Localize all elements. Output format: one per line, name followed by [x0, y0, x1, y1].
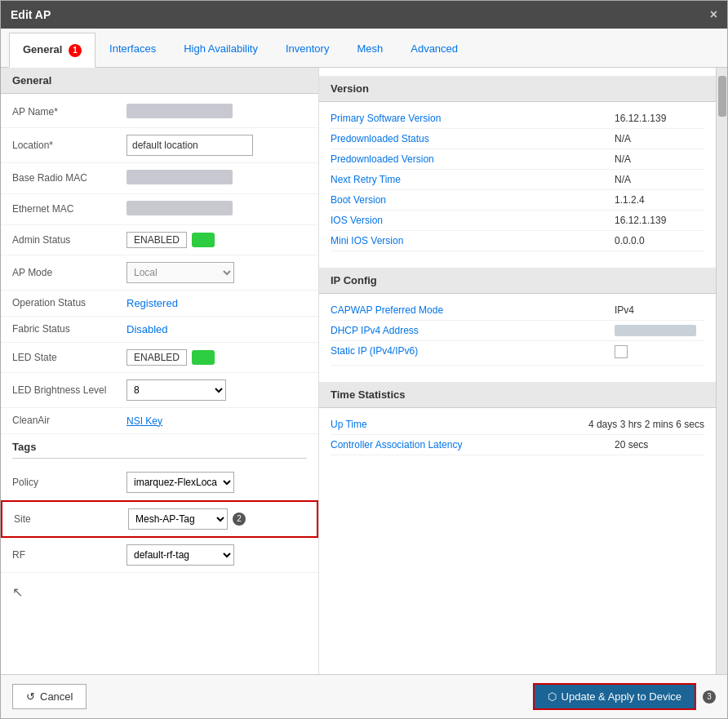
policy-value: imarquez-FlexLocal: [127, 472, 307, 493]
version-section: Version Primary Software Version 16.12.1…: [319, 68, 716, 260]
led-brightness-label: LED Brightness Level: [12, 384, 127, 396]
version-row-0: Primary Software Version 16.12.1.139: [331, 109, 704, 129]
version-row-1: Predownloaded Status N/A: [331, 129, 704, 149]
ip-row-2: Static IP (IPv4/IPv6): [331, 341, 704, 366]
cleanair-row: CleanAir NSI Key: [1, 408, 318, 434]
base-radio-mac-value: [127, 170, 307, 187]
tab-general-badge: 1: [69, 44, 82, 57]
ap-mode-value: Local: [127, 262, 307, 283]
ap-mode-select[interactable]: Local: [127, 264, 233, 281]
version-row-5: IOS Version 16.12.1.139: [331, 211, 704, 231]
time-row-0: Up Time 4 days 3 hrs 2 mins 6 secs: [331, 415, 704, 435]
admin-status-value: ENABLED: [127, 232, 307, 248]
time-stats-section: Time Statistics Up Time 4 days 3 hrs 2 m…: [319, 374, 716, 464]
led-brightness-select-wrapper: 8: [127, 379, 226, 401]
tags-section-header: Tags: [12, 441, 307, 459]
base-radio-mac-row: Base Radio MAC: [1, 163, 318, 194]
fabric-status-label: Fabric Status: [12, 323, 127, 335]
left-panel: General AP Name* Location* Base Radio MA…: [1, 68, 319, 674]
scrollbar[interactable]: [716, 68, 727, 674]
operation-status-label: Operation Status: [12, 297, 127, 308]
ap-name-blurred: [127, 104, 233, 118]
admin-status-toggle[interactable]: [192, 233, 215, 247]
rf-select[interactable]: default-rf-tag: [127, 547, 233, 563]
rf-select-wrapper: default-rf-tag: [127, 544, 234, 566]
ethernet-mac-label: Ethernet MAC: [12, 203, 127, 215]
ip-config-section: IP Config CAPWAP Preferred Mode IPv4 DHC…: [319, 260, 716, 375]
site-value: Mesh-AP-Tag 2: [128, 508, 305, 530]
footer: ↺ Cancel ⬡ Update & Apply to Device 3: [1, 674, 727, 718]
led-state-toggle[interactable]: [192, 350, 215, 365]
ap-mode-select-wrapper: Local: [127, 262, 234, 283]
ethernet-mac-value: [127, 201, 307, 218]
update-icon: ⬡: [548, 690, 557, 703]
admin-status-badge: ENABLED: [127, 232, 215, 248]
dhcp-ip-blurred: [615, 325, 696, 336]
site-select-wrapper: Mesh-AP-Tag: [128, 508, 228, 530]
base-radio-mac-label: Base Radio MAC: [12, 172, 127, 184]
policy-select[interactable]: imarquez-FlexLocal: [127, 474, 233, 490]
nsi-key-link[interactable]: NSI Key: [127, 415, 162, 427]
cursor-area: ↖: [1, 573, 318, 611]
close-icon[interactable]: ×: [710, 7, 717, 22]
ap-mode-row: AP Mode Local: [1, 255, 318, 291]
tab-general[interactable]: General 1: [9, 33, 95, 68]
version-section-header: Version: [319, 76, 716, 102]
edit-ap-dialog: Edit AP × General 1 Interfaces High Avai…: [0, 0, 728, 719]
location-input[interactable]: [127, 135, 253, 156]
admin-status-label: Admin Status: [12, 234, 127, 246]
tab-high-availability[interactable]: High Availability: [170, 32, 272, 67]
location-row: Location*: [1, 128, 318, 163]
location-value: [127, 135, 307, 156]
led-brightness-value: 8: [127, 379, 307, 401]
led-brightness-row: LED Brightness Level 8: [1, 373, 318, 408]
admin-status-text: ENABLED: [127, 232, 187, 248]
cancel-icon: ↺: [26, 690, 35, 703]
site-label: Site: [14, 513, 128, 525]
tab-mesh[interactable]: Mesh: [343, 32, 397, 67]
location-label: Location*: [12, 140, 127, 151]
site-select[interactable]: Mesh-AP-Tag: [129, 511, 227, 527]
fabric-status-row: Fabric Status Disabled: [1, 317, 318, 343]
main-content: General AP Name* Location* Base Radio MA…: [1, 68, 727, 674]
rf-row: RF default-rf-tag: [1, 538, 318, 573]
version-row-6: Mini IOS Version 0.0.0.0: [331, 231, 704, 251]
scrollbar-thumb[interactable]: [718, 76, 726, 117]
led-state-label: LED State: [12, 352, 127, 363]
admin-status-row: Admin Status ENABLED: [1, 225, 318, 255]
led-state-badge: ENABLED: [127, 349, 215, 366]
site-badge: 2: [233, 513, 246, 526]
ap-name-label: AP Name*: [12, 106, 127, 118]
version-row-3: Next Retry Time N/A: [331, 170, 704, 190]
version-row-4: Boot Version 1.1.2.4: [331, 190, 704, 211]
footer-badge-3: 3: [703, 690, 716, 703]
led-state-text: ENABLED: [127, 349, 187, 366]
operation-status-text: Registered: [127, 297, 178, 309]
tab-interfaces[interactable]: Interfaces: [95, 32, 170, 67]
operation-status-row: Operation Status Registered: [1, 291, 318, 317]
policy-select-wrapper: imarquez-FlexLocal: [127, 472, 234, 493]
ip-row-0: CAPWAP Preferred Mode IPv4: [331, 300, 704, 321]
fabric-status-text: Disabled: [127, 323, 168, 335]
tab-advanced[interactable]: Advanced: [397, 32, 472, 67]
update-apply-button[interactable]: ⬡ Update & Apply to Device: [533, 683, 696, 710]
version-row-2: Predownloaded Version N/A: [331, 149, 704, 170]
update-button-wrapper: ⬡ Update & Apply to Device 3: [533, 683, 716, 710]
cancel-button[interactable]: ↺ Cancel: [12, 684, 87, 709]
ap-mode-label: AP Mode: [12, 267, 127, 278]
led-state-row: LED State ENABLED: [1, 343, 318, 373]
static-ip-checkbox[interactable]: [615, 345, 628, 358]
led-brightness-select[interactable]: 8: [127, 382, 225, 398]
rf-value: default-rf-tag: [127, 544, 307, 566]
tab-bar: General 1 Interfaces High Availability I…: [1, 29, 727, 68]
tab-inventory[interactable]: Inventory: [272, 32, 343, 67]
ap-name-value: [127, 104, 307, 121]
ip-config-header: IP Config: [319, 268, 716, 294]
ethernet-mac-row: Ethernet MAC: [1, 194, 318, 225]
dialog-title-text: Edit AP: [11, 8, 51, 21]
ap-name-row: AP Name*: [1, 97, 318, 128]
site-row: Site Mesh-AP-Tag 2: [1, 500, 318, 538]
ethernet-mac-blurred: [127, 201, 233, 215]
tags-section: Tags: [1, 434, 318, 465]
led-state-value: ENABLED: [127, 349, 307, 366]
